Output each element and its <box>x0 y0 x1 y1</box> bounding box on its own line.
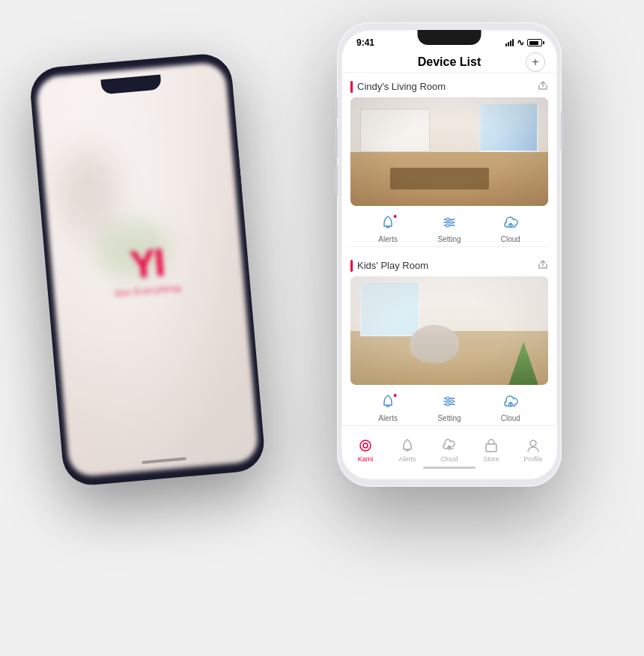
tab-kami-label: Kami <box>358 455 374 463</box>
setting-icon <box>439 212 460 233</box>
cloud-icon-2 <box>500 391 521 412</box>
alerts-label-2: Alerts <box>378 414 398 422</box>
device-card-living-room: Cindy's Living Room <box>341 73 557 252</box>
tab-store[interactable]: Store <box>475 434 508 463</box>
cloud-label-2: Cloud <box>501 414 520 422</box>
signal-icon <box>505 39 514 46</box>
svg-point-5 <box>446 224 449 227</box>
title-accent-2 <box>350 260 353 272</box>
notch-cutout <box>418 30 482 45</box>
camera-actions-kids: Alerts <box>350 385 548 426</box>
svg-point-9 <box>446 397 449 400</box>
scene: YI See Everything. 9:41 <box>0 0 644 656</box>
device-title-2: Kids' Play Room <box>350 260 428 272</box>
svg-point-10 <box>450 400 453 403</box>
tab-kami[interactable]: Kami <box>349 434 383 463</box>
back-phone: YI See Everything. <box>28 52 267 487</box>
add-device-button[interactable]: + <box>526 52 545 72</box>
nav-bar: Device List + <box>341 51 557 73</box>
tab-profile-icon <box>525 437 541 454</box>
tab-bar: Kami Alerts <box>341 425 557 479</box>
alerts-icon-2 <box>377 391 398 412</box>
svg-point-15 <box>530 440 536 446</box>
yi-logo: YI <box>128 243 165 285</box>
cloud-button-2[interactable]: Cloud <box>500 391 521 422</box>
svg-point-3 <box>446 218 449 221</box>
living-room-image <box>350 97 548 206</box>
tab-cloud-label: Cloud <box>440 455 458 463</box>
tab-cloud[interactable]: Cloud <box>433 434 467 463</box>
cloud-label: Cloud <box>501 235 520 243</box>
yi-tagline: See Everything. <box>115 283 184 298</box>
setting-button-2[interactable]: Setting <box>437 391 461 422</box>
device-name-2: Kids' Play Room <box>357 260 428 271</box>
svg-point-11 <box>446 403 449 406</box>
share-icon-2[interactable] <box>538 259 548 272</box>
setting-icon-2 <box>439 391 460 412</box>
device-thumbnail-kids-room[interactable] <box>350 276 548 385</box>
volume-down-button <box>335 166 338 196</box>
front-phone: 9:41 ∿ Device List + <box>337 22 562 487</box>
tab-cloud-icon <box>441 437 458 454</box>
device-card-kids-room: Kids' Play Room <box>341 252 557 431</box>
battery-icon <box>527 39 542 46</box>
svg-point-13 <box>363 443 368 448</box>
tab-alerts-label: Alerts <box>398 455 416 463</box>
mute-button <box>335 97 338 118</box>
tab-store-label: Store <box>483 455 499 463</box>
power-button <box>561 112 564 150</box>
alerts-icon <box>377 212 398 233</box>
back-phone-side-button <box>237 148 244 193</box>
device-thumbnail-living-room[interactable] <box>350 97 548 206</box>
tab-profile[interactable]: Profile <box>517 434 550 463</box>
phone-notch <box>412 30 487 48</box>
device-card-header-2: Kids' Play Room <box>350 259 548 272</box>
setting-label: Setting <box>437 235 461 243</box>
svg-point-4 <box>450 221 453 224</box>
cloud-button[interactable]: Cloud <box>500 212 521 243</box>
camera-actions-living: Alerts <box>350 206 548 247</box>
device-title: Cindy's Living Room <box>350 81 446 93</box>
kids-room-image <box>350 276 548 385</box>
tab-alerts-icon <box>399 437 416 454</box>
title-accent <box>350 81 353 93</box>
tab-alerts[interactable]: Alerts <box>391 434 425 463</box>
svg-point-12 <box>360 440 371 451</box>
kami-icon <box>357 437 374 454</box>
status-icons: ∿ <box>505 37 542 48</box>
volume-up-button <box>335 127 338 157</box>
alerts-button-2[interactable]: Alerts <box>377 391 398 422</box>
phone-screen: 9:41 ∿ Device List + <box>341 30 557 479</box>
share-icon[interactable] <box>538 80 548 93</box>
device-list-scroll[interactable]: Cindy's Living Room <box>341 73 557 458</box>
setting-button[interactable]: Setting <box>437 212 461 243</box>
setting-label-2: Setting <box>437 414 461 422</box>
cloud-icon <box>500 212 521 233</box>
tab-store-icon <box>483 437 499 454</box>
alerts-button[interactable]: Alerts <box>377 212 398 243</box>
home-indicator <box>423 467 476 469</box>
wifi-icon: ∿ <box>517 37 524 48</box>
device-card-header: Cindy's Living Room <box>350 80 548 93</box>
back-phone-screen: YI See Everything. <box>35 61 260 478</box>
nav-title: Device List <box>418 55 481 69</box>
device-name: Cindy's Living Room <box>357 81 446 92</box>
alerts-label: Alerts <box>378 235 398 243</box>
yi-logo-container: YI See Everything. <box>111 241 184 298</box>
svg-rect-14 <box>486 444 496 452</box>
status-time: 9:41 <box>356 37 374 48</box>
tab-profile-label: Profile <box>523 455 543 463</box>
